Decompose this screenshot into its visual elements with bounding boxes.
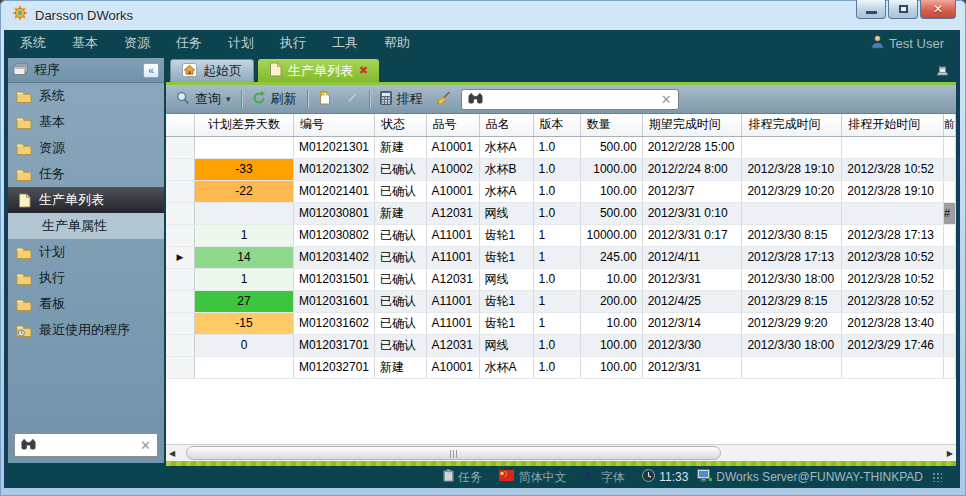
sidebar-item-生产单列表[interactable]: 生产单列表 bbox=[8, 187, 164, 213]
window-list-icon[interactable] bbox=[935, 63, 950, 81]
cell-status: 已确认 bbox=[375, 334, 427, 356]
sidebar-item-生产单属性[interactable]: 生产单属性 bbox=[8, 213, 164, 239]
menu-bar: 系统基本资源任务计划执行工具帮助 Test User bbox=[6, 30, 958, 56]
cell-code: M012031602 bbox=[293, 312, 374, 334]
title-bar[interactable]: Darsson DWorks bbox=[0, 0, 966, 30]
排程-button[interactable]: 排程 bbox=[377, 88, 426, 110]
sidebar-item-label: 看板 bbox=[39, 295, 65, 313]
main-area: 程序 « 系统基本资源任务生产单列表生产单属性计划执行看板最近使用的程序 ✕ 起… bbox=[6, 56, 958, 466]
resize-grip[interactable] bbox=[932, 472, 942, 482]
cell-qty: 500.00 bbox=[580, 136, 642, 158]
close-icon: ✕ bbox=[933, 2, 943, 16]
menu-item-工具[interactable]: 工具 bbox=[332, 34, 358, 52]
table-row-M012031501[interactable]: 1M012031501已确认A12031网线1.010.002012/3/312… bbox=[166, 268, 956, 290]
column-header-version[interactable]: 版本 bbox=[533, 114, 580, 136]
cell-qty: 100.00 bbox=[580, 180, 642, 202]
sidebar-search-input[interactable] bbox=[42, 438, 134, 452]
toolbar-filter-input[interactable] bbox=[489, 92, 655, 106]
menu-item-系统[interactable]: 系统 bbox=[20, 34, 46, 52]
sidebar-item-看板[interactable]: 看板 bbox=[8, 291, 164, 317]
sidebar-item-计划[interactable]: 计划 bbox=[8, 239, 164, 265]
server-name: DWorks Server@FUNWAY-THINKPAD bbox=[716, 470, 923, 484]
column-header-sched_start[interactable]: 排程开始时间 bbox=[842, 114, 944, 136]
table-row-M012031402[interactable]: ▶14M012031402已确认A11001齿轮11245.002012/4/1… bbox=[166, 246, 956, 268]
tab-生产单列表[interactable]: 生产单列表✖ bbox=[258, 59, 379, 82]
scrollbar-grip bbox=[449, 450, 458, 458]
horizontal-scrollbar[interactable]: ◀ ▶ bbox=[166, 444, 956, 461]
查询-button[interactable]: 查询▾ bbox=[173, 88, 234, 110]
cell-item_no: A12031 bbox=[426, 268, 479, 290]
column-header-qty[interactable]: 数量 bbox=[580, 114, 642, 136]
column-header-expect_time[interactable]: 期望完成时间 bbox=[642, 114, 742, 136]
sidebar-item-label: 资源 bbox=[39, 139, 65, 157]
cell-expect_time: 2012/3/30 bbox=[642, 334, 742, 356]
sidebar-item-label: 任务 bbox=[39, 165, 65, 183]
cell-diff bbox=[195, 136, 294, 158]
menu-item-计划[interactable]: 计划 bbox=[228, 34, 254, 52]
cell-sched_start bbox=[842, 136, 944, 158]
column-header-diff[interactable]: 计划差异天数 bbox=[195, 114, 294, 136]
sidebar-item-系统[interactable]: 系统 bbox=[8, 83, 164, 109]
scrollbar-thumb[interactable] bbox=[186, 446, 721, 460]
user-badge[interactable]: Test User bbox=[871, 35, 944, 52]
task-menu[interactable]: 任务 ▾ bbox=[443, 469, 491, 486]
table-row-M012021301[interactable]: M012021301新建A10001水杯A1.0500.002012/2/28 … bbox=[166, 136, 956, 158]
cell-expect_time: 2012/4/11 bbox=[642, 246, 742, 268]
tab-close-icon[interactable]: ✖ bbox=[359, 64, 368, 77]
status-bar: 任务 ▾ 简体中文 ▾ A: 字体 ▾ 11:33 bbox=[6, 466, 958, 488]
new-document-button[interactable] bbox=[315, 88, 335, 110]
sidebar-item-执行[interactable]: 执行 bbox=[8, 265, 164, 291]
menu-item-资源[interactable]: 资源 bbox=[124, 34, 150, 52]
cell-version: 1.0 bbox=[533, 136, 580, 158]
restore-button[interactable] bbox=[888, 0, 918, 19]
minimize-button[interactable] bbox=[856, 0, 886, 19]
menu-item-执行[interactable]: 执行 bbox=[280, 34, 306, 52]
sidebar-item-最近使用的程序[interactable]: 最近使用的程序 bbox=[8, 317, 164, 343]
table-row-M012030802[interactable]: 1M012030802已确认A11001齿轮1110000.002012/3/3… bbox=[166, 224, 956, 246]
column-header-item_name[interactable]: 品名 bbox=[479, 114, 533, 136]
scroll-right-icon[interactable]: ▶ bbox=[947, 449, 953, 458]
broom-button[interactable] bbox=[433, 89, 454, 110]
window-title: Darsson DWorks bbox=[35, 8, 133, 23]
toolbar-filter-clear-icon[interactable]: ✕ bbox=[661, 92, 672, 107]
sidebar-item-基本[interactable]: 基本 bbox=[8, 109, 164, 135]
clipboard-icon bbox=[443, 469, 454, 485]
table-row-M012031701[interactable]: 0M012031701已确认A12031网线1.0100.002012/3/30… bbox=[166, 334, 956, 356]
column-header-code[interactable]: 编号 bbox=[293, 114, 374, 136]
sidebar-search-clear-icon[interactable]: ✕ bbox=[140, 438, 151, 453]
cell-qty: 1000.00 bbox=[580, 158, 642, 180]
close-button[interactable]: ✕ bbox=[920, 0, 956, 19]
cell-qty: 200.00 bbox=[580, 290, 642, 312]
sidebar-search-box: ✕ bbox=[14, 433, 158, 457]
menu-item-任务[interactable]: 任务 bbox=[176, 34, 202, 52]
server-monitor-icon bbox=[697, 469, 712, 485]
table-row-M012031602[interactable]: -15M012031602已确认A11001齿轮1110.002012/3/14… bbox=[166, 312, 956, 334]
table-row-M012030801[interactable]: M012030801新建A12031网线1.0500.002012/3/31 0… bbox=[166, 202, 956, 224]
menu-item-帮助[interactable]: 帮助 bbox=[384, 34, 410, 52]
sidebar-item-资源[interactable]: 资源 bbox=[8, 135, 164, 161]
language-menu[interactable]: 简体中文 ▾ bbox=[499, 469, 575, 486]
cell-extra: # bbox=[943, 202, 955, 224]
table-row-M012032701[interactable]: M012032701新建A10001水杯A1.0100.002012/3/31 bbox=[166, 356, 956, 378]
sidebar-item-任务[interactable]: 任务 bbox=[8, 161, 164, 187]
font-menu[interactable]: A: 字体 ▾ bbox=[584, 469, 633, 486]
column-header-sched_end[interactable]: 排程完成时间 bbox=[742, 114, 842, 136]
row-indicator-header bbox=[166, 114, 195, 136]
menu-item-基本[interactable]: 基本 bbox=[72, 34, 98, 52]
minimize-icon bbox=[866, 11, 877, 14]
cell-expect_time: 2012/2/24 8:00 bbox=[642, 158, 742, 180]
刷新-button[interactable]: 刷新 bbox=[249, 88, 300, 110]
sidebar-collapse-button[interactable]: « bbox=[143, 63, 159, 78]
table-row-M012021302[interactable]: -33M012021302已确认A10002水杯B1.01000.002012/… bbox=[166, 158, 956, 180]
folder-icon bbox=[16, 168, 32, 181]
pencil-button[interactable] bbox=[342, 89, 362, 110]
column-header-extra[interactable]: 前 bbox=[943, 114, 955, 136]
table-row-M012031601[interactable]: 27M012031601已确认A11001齿轮11200.002012/4/25… bbox=[166, 290, 956, 312]
table-row-M012021401[interactable]: -22M012021401已确认A10001水杯A1.0100.002012/3… bbox=[166, 180, 956, 202]
column-header-item_no[interactable]: 品号 bbox=[426, 114, 479, 136]
scroll-left-icon[interactable]: ◀ bbox=[169, 449, 175, 458]
cell-diff: 14 bbox=[195, 246, 294, 268]
column-header-status[interactable]: 状态 bbox=[375, 114, 427, 136]
tab-起始页[interactable]: 起始页 bbox=[170, 59, 254, 82]
cell-sched_end bbox=[742, 202, 842, 224]
